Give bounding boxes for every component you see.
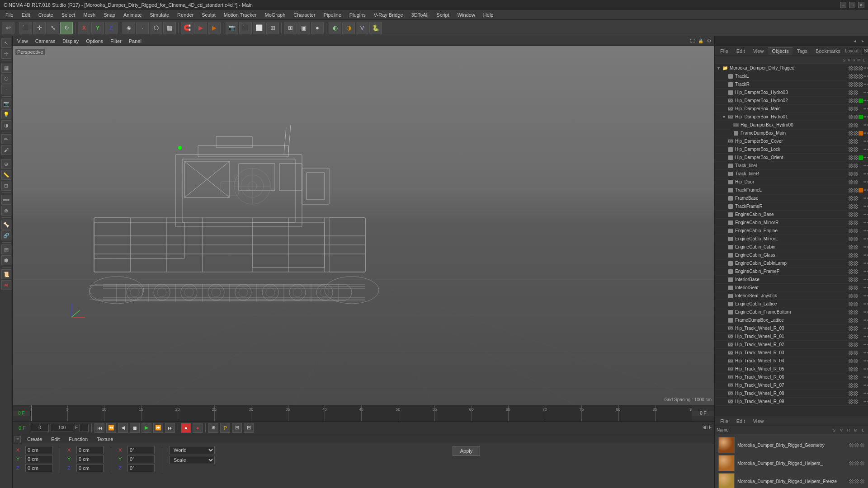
coord-system-dropdown[interactable]: World Object Camera — [170, 446, 215, 454]
vt-view[interactable]: View — [14, 38, 31, 44]
btn-stop[interactable]: ⏹ — [130, 423, 140, 433]
toolbar-render[interactable]: ▶ — [194, 22, 207, 34]
menu-mograph[interactable]: MoGraph — [261, 11, 289, 19]
toolbar-display-phong[interactable]: ● — [311, 22, 324, 34]
lt-light[interactable]: 💡 — [1, 109, 11, 119]
lt-rendering[interactable]: ⬢ — [1, 255, 11, 265]
toolbar-snap[interactable]: 🧲 — [181, 22, 193, 34]
toolbar-y-axis[interactable]: Y — [91, 22, 104, 34]
object-item-26[interactable]: InteriorBase — [715, 276, 868, 284]
frame-input[interactable]: 0 — [31, 424, 49, 432]
vt-fullscreen-icon[interactable]: ⛶ — [689, 38, 696, 45]
material-item-0[interactable]: Morooka_Dumper_Dirty_Rigged_Geometry — [717, 436, 866, 454]
bottom-tab-create[interactable]: Create — [24, 436, 45, 442]
minimize-button[interactable]: ─ — [840, 2, 846, 8]
btn-goto-start[interactable]: ⏮ — [94, 423, 104, 433]
toolbar-x-axis[interactable]: X — [78, 22, 90, 34]
toolbar-cam-front[interactable]: ⬛ — [239, 22, 252, 34]
lt-sculpt[interactable]: ✏ — [1, 134, 11, 144]
lt-snap[interactable]: ⊕ — [1, 159, 11, 169]
vt-display[interactable]: Display — [60, 38, 81, 44]
vt-options[interactable]: Options — [83, 38, 106, 44]
object-item-16[interactable]: FrameBase — [715, 194, 868, 202]
toolbar-z-axis[interactable]: Z — [105, 22, 118, 34]
object-item-29[interactable]: EngineCabin_Lattice — [715, 300, 868, 308]
bottom-panel-toggle[interactable]: ≡ — [14, 436, 21, 442]
object-item-24[interactable]: EngineCabin_CabinLamp — [715, 259, 868, 267]
toolbar-cam-side[interactable]: ⬜ — [253, 22, 265, 34]
lt-maxon[interactable]: M — [1, 280, 11, 290]
lt-layers[interactable]: ▤ — [1, 244, 11, 254]
menu-script[interactable]: Script — [433, 11, 453, 19]
object-item-1[interactable]: TrackL — [715, 72, 868, 80]
toolbar-move[interactable]: ✛ — [33, 22, 46, 34]
menu-3dtoall[interactable]: 3DToAll — [408, 11, 432, 19]
btn-play-reverse[interactable]: ◀ — [118, 423, 128, 433]
lt-rig[interactable]: 🔗 — [1, 230, 11, 240]
menu-pipeline[interactable]: Pipeline — [320, 11, 345, 19]
vt-filter[interactable]: Filter — [108, 38, 124, 44]
obj-expand-arrow[interactable]: ▼ — [722, 115, 727, 119]
btn-keyframe-grid[interactable]: ⊞ — [232, 423, 242, 433]
btn-goto-end[interactable]: ⏭ — [165, 423, 175, 433]
lt-measure[interactable]: 📏 — [1, 170, 11, 180]
close-button[interactable]: ✕ — [858, 2, 864, 8]
object-item-9[interactable]: LOHip_DamperBox_Cover — [715, 137, 868, 145]
frame-rate-display[interactable]: 100 — [51, 424, 73, 432]
object-item-28[interactable]: InteriorSeat_Joystick — [715, 292, 868, 300]
lt-deform[interactable]: ⊗ — [1, 206, 11, 216]
toolbar-mode-obj[interactable]: ◈ — [123, 22, 135, 34]
timeline-ruler[interactable]: 051015202530354045505560657075808590 — [31, 405, 692, 421]
object-item-19[interactable]: EngineCabin_MirrorR — [715, 219, 868, 227]
lt-select[interactable]: ↖ — [1, 38, 11, 48]
object-item-8[interactable]: FrameDumpBox_Main — [715, 129, 868, 137]
object-item-14[interactable]: Hip_Door — [715, 178, 868, 186]
object-item-6[interactable]: ▼LOHip_DamperBox_Hydro01 — [715, 113, 868, 121]
toolbar-display-flat[interactable]: ▣ — [297, 22, 310, 34]
scale-z-input[interactable] — [127, 464, 155, 472]
material-item-2[interactable]: Morooka_Dumper_Dirty_Rigged_Helpers_Free… — [717, 472, 866, 488]
scale-y-input[interactable] — [127, 455, 155, 463]
object-item-7[interactable]: LOHip_DamperBox_Hydro00 — [715, 121, 868, 129]
menu-file[interactable]: File — [2, 11, 17, 19]
object-item-17[interactable]: TrackFrameR — [715, 202, 868, 211]
object-item-40[interactable]: LOHip_Track_Wheel_R_08 — [715, 389, 868, 398]
object-list[interactable]: ▼📁Morooka_Dumper_Dirty_Rigged TrackL Tra… — [715, 64, 868, 416]
coord-y-input[interactable] — [25, 455, 52, 463]
toolbar-mode-edge[interactable]: ⬡ — [150, 22, 162, 34]
toolbar-texture[interactable]: ◐ — [329, 22, 341, 34]
toolbar-display-wire[interactable]: ⊞ — [284, 22, 297, 34]
object-item-36[interactable]: LOHip_Track_Wheel_R_04 — [715, 357, 868, 365]
object-item-33[interactable]: LOHip_Track_Wheel_R_01 — [715, 333, 868, 341]
lt-poly[interactable]: ▦ — [1, 63, 11, 73]
rtab-bookmarks[interactable]: Bookmarks — [812, 47, 844, 55]
object-item-37[interactable]: LOHip_Track_Wheel_R_05 — [715, 365, 868, 373]
menu-vray[interactable]: V-Ray Bridge — [370, 11, 407, 19]
lt-camera[interactable]: 📷 — [1, 99, 11, 108]
object-item-25[interactable]: EngineCabin_FrameF — [715, 267, 868, 276]
menu-render[interactable]: Render — [174, 11, 197, 19]
menu-mesh[interactable]: Mesh — [80, 11, 99, 19]
rtab-objects[interactable]: Objects — [768, 47, 792, 55]
object-item-21[interactable]: EngineCabin_MirrorL — [715, 235, 868, 243]
object-item-35[interactable]: LOHip_Track_Wheel_R_03 — [715, 349, 868, 357]
toolbar-vray[interactable]: V — [356, 22, 368, 34]
object-item-4[interactable]: LOHip_DamperBox_Hydro02 — [715, 97, 868, 105]
toolbar-render-view[interactable]: ▶ — [208, 22, 221, 34]
object-item-32[interactable]: LOHip_Track_Wheel_R_00 — [715, 324, 868, 333]
menu-window[interactable]: Window — [454, 11, 479, 19]
menu-sculpt[interactable]: Sculpt — [198, 11, 219, 19]
lt-mirror[interactable]: ⟺ — [1, 195, 11, 205]
vt-lock-icon[interactable]: 🔒 — [697, 38, 704, 45]
lt-paint[interactable]: 🖌 — [1, 145, 11, 155]
right-icon2[interactable]: ▸ — [859, 38, 866, 45]
scale-x-input[interactable] — [127, 446, 155, 454]
rbt-edit[interactable]: Edit — [733, 418, 749, 425]
scale-dropdown[interactable]: Scale — [170, 456, 215, 464]
object-item-41[interactable]: LOHip_Track_Wheel_R_09 — [715, 398, 868, 406]
object-item-30[interactable]: EngineCabin_FrameBottom — [715, 308, 868, 316]
object-item-38[interactable]: LOHip_Track_Wheel_R_06 — [715, 373, 868, 381]
rot-x-input[interactable] — [76, 446, 104, 454]
menu-motion-tracker[interactable]: Motion Tracker — [220, 11, 260, 19]
material-item-1[interactable]: Morooka_Dumper_Dirty_Rigged_Helpers_ — [717, 454, 866, 472]
